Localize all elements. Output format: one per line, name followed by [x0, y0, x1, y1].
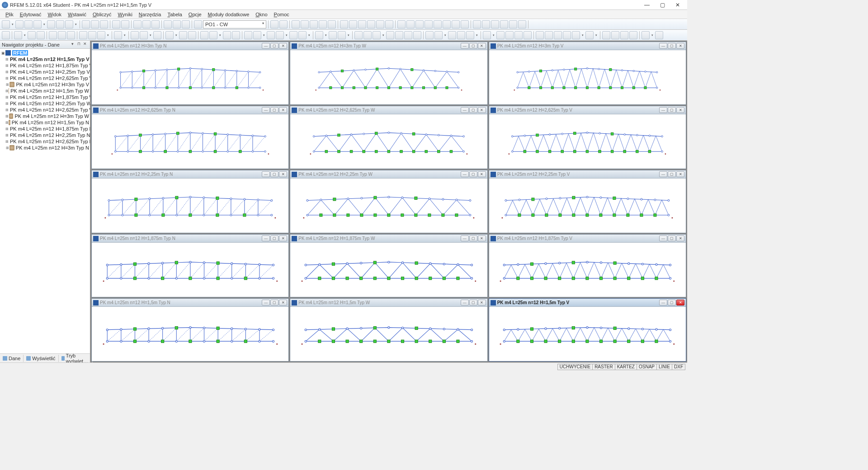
window-maximize-button[interactable]: ▢ [270, 107, 278, 113]
window-close-button[interactable]: ✕ [478, 43, 486, 49]
toolbar-button[interactable] [319, 20, 327, 28]
model-canvas[interactable] [290, 243, 487, 297]
toolbar-dropdown-icon[interactable]: ▾ [285, 31, 288, 39]
toolbar-dropdown-icon[interactable]: ▾ [475, 31, 479, 39]
toolbar-button[interactable] [223, 31, 231, 39]
model-canvas[interactable] [489, 50, 686, 104]
window-header[interactable]: PK m4 L=25m n=12 H=3m Typ V—▢✕ [489, 42, 686, 50]
toolbar-button[interactable] [49, 31, 57, 39]
toolbar-button[interactable] [358, 20, 366, 28]
toolbar-dropdown-icon[interactable]: ▾ [651, 31, 654, 39]
window-minimize-button[interactable]: — [461, 171, 469, 177]
tree-item[interactable]: ⊞PK m4 L=25m n=12 H=1,875m Typ W [1, 94, 89, 100]
toolbar-button[interactable] [91, 20, 99, 28]
toolbar-button[interactable] [28, 31, 36, 39]
window-close-button[interactable]: ✕ [676, 171, 684, 177]
toolbar-button[interactable] [338, 31, 346, 39]
toolbar-dropdown-icon[interactable]: ▾ [106, 31, 110, 39]
window-header[interactable]: PK m4 L=25m n=12 H=2,625m Typ V—▢✕ [489, 106, 686, 114]
toolbar-button[interactable] [629, 31, 637, 39]
toolbar-dropdown-icon[interactable]: ▾ [581, 31, 585, 39]
window-minimize-button[interactable]: — [262, 171, 270, 177]
toolbar-button[interactable] [448, 31, 456, 39]
toolbar-button[interactable] [97, 31, 105, 39]
toolbar-button[interactable] [373, 31, 381, 39]
model-canvas[interactable] [92, 307, 288, 361]
toolbar-button[interactable] [452, 20, 460, 28]
toolbar-button[interactable] [14, 31, 22, 39]
model-canvas[interactable] [489, 114, 686, 169]
tree-item[interactable]: ⊞PK m4 L=25m n=12 H=1,5m Typ W [1, 88, 89, 94]
toolbar-dropdown-icon[interactable]: ▾ [262, 31, 266, 39]
toolbar-button[interactable] [100, 20, 108, 28]
menu-widok[interactable]: Widok [45, 11, 64, 18]
toolbar-button[interactable] [434, 31, 443, 39]
toolbar-dropdown-icon[interactable]: ▾ [218, 31, 222, 39]
window-header[interactable]: PK m4 L=25m n=12 H=2,25m Typ N—▢✕ [92, 170, 288, 179]
tree-root[interactable]: ▣RFEM [1, 50, 89, 56]
toolbar-dropdown-icon[interactable]: ▾ [382, 31, 385, 39]
window-maximize-button[interactable]: ▢ [469, 235, 477, 241]
window-header[interactable]: PK m4 L=25m n=12 H=2,625m Typ W—▢✕ [290, 106, 487, 114]
toolbar-button[interactable] [153, 31, 161, 39]
model-canvas[interactable] [290, 50, 487, 104]
window-maximize-button[interactable]: ▢ [270, 235, 278, 241]
window-maximize-button[interactable]: ▢ [469, 171, 477, 177]
loadcase-combo[interactable]: PO1 - CW [203, 20, 266, 28]
toolbar-button[interactable] [56, 20, 64, 28]
toolbar-button[interactable] [572, 31, 580, 39]
menu-okno[interactable]: Okno [253, 11, 270, 18]
toolbar-button[interactable] [585, 31, 594, 39]
toolbar-button[interactable] [413, 31, 421, 39]
toolbar-button[interactable] [15, 20, 24, 28]
toolbar-button[interactable] [270, 20, 278, 28]
window-header[interactable]: PK m4 L=25m n=12 H=2,25m Typ W—▢✕ [290, 170, 487, 179]
toolbar-button[interactable] [500, 20, 508, 28]
minimize-button[interactable]: — [639, 0, 655, 9]
toolbar-button[interactable] [232, 31, 240, 39]
mdi-window[interactable]: PK m4 L=25m n=12 H=1,875m Typ V—▢✕ [489, 234, 686, 297]
toolbar-dropdown-icon[interactable]: ▾ [307, 31, 311, 39]
toolbar-button[interactable] [2, 31, 10, 39]
window-header[interactable]: PK m4 L=25m n=12 H=1,875m Typ W—▢✕ [290, 235, 487, 243]
window-minimize-button[interactable]: — [461, 235, 469, 241]
window-minimize-button[interactable]: — [461, 300, 469, 306]
toolbar-button[interactable] [483, 31, 491, 39]
window-maximize-button[interactable]: ▢ [469, 43, 477, 49]
mdi-window[interactable]: PK m4 L=25m n=12 H=1,5m Typ N—▢✕ [91, 298, 289, 362]
toolbar-button[interactable] [406, 20, 415, 28]
toolbar-button[interactable] [397, 20, 406, 28]
window-close-button[interactable]: ✕ [676, 300, 684, 306]
mdi-window[interactable]: PK m4 L=25m n=12 H=2,25m Typ W—▢✕ [290, 170, 487, 233]
toolbar-button[interactable] [289, 31, 297, 39]
menu-plik[interactable]: Plik [3, 11, 16, 18]
toolbar-button[interactable] [165, 31, 174, 39]
window-maximize-button[interactable]: ▢ [668, 300, 676, 306]
toolbar-button[interactable] [620, 31, 628, 39]
toolbar-button[interactable] [611, 31, 619, 39]
window-minimize-button[interactable]: — [461, 43, 469, 49]
model-canvas[interactable] [290, 179, 487, 233]
toolbar-button[interactable] [602, 31, 610, 39]
toolbar-button[interactable] [425, 31, 434, 39]
toolbar-button[interactable] [279, 20, 288, 28]
toolbar-button[interactable] [642, 31, 650, 39]
toolbar-dropdown-icon[interactable]: ▾ [123, 31, 127, 39]
window-header[interactable]: PK m4 L=25m n=12 H=1,5m Typ V—▢✕ [489, 299, 686, 307]
toolbar-button[interactable] [473, 20, 481, 28]
menu-moduły dodatkowe[interactable]: Moduły dodatkowe [205, 11, 252, 18]
toolbar-button[interactable] [443, 20, 451, 28]
tree-item[interactable]: ⊞PK m4 L=25m n=12 H=2,625m Typ N [1, 138, 89, 145]
status-cell-osnap[interactable]: OSNAP [637, 364, 657, 370]
toolbar-button[interactable] [340, 20, 348, 28]
menu-tabela[interactable]: Tabela [165, 11, 184, 18]
toolbar-button[interactable] [244, 31, 252, 39]
mdi-window[interactable]: PK m4 L=25m n=12 H=1,5m Typ V—▢✕ [489, 298, 686, 362]
toolbar-dropdown-icon[interactable]: ▾ [42, 20, 46, 28]
toolbar-button[interactable] [655, 31, 663, 39]
toolbar-button[interactable] [209, 31, 217, 39]
window-maximize-button[interactable]: ▢ [668, 107, 676, 113]
toolbar-button[interactable] [329, 31, 337, 39]
toolbar-button[interactable] [496, 31, 505, 39]
toolbar-button[interactable] [253, 31, 261, 39]
